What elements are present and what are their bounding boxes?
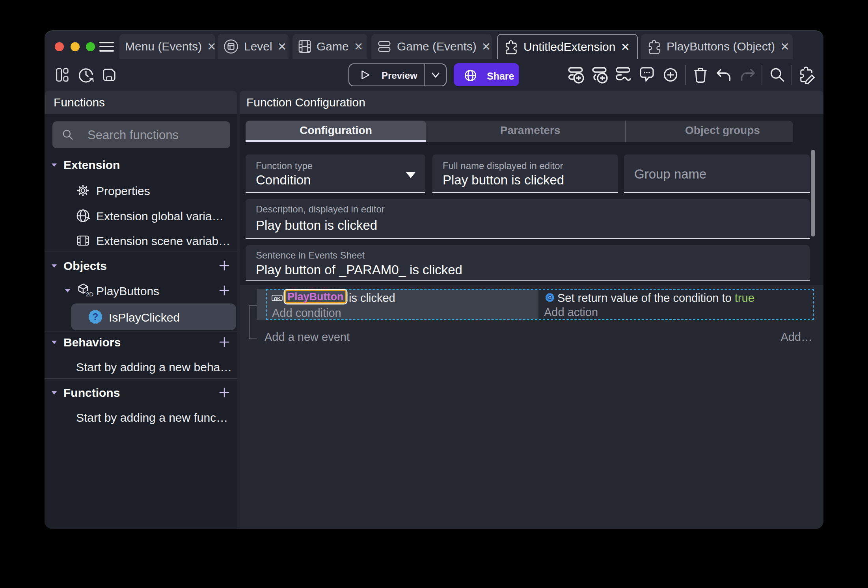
- svg-text:?: ?: [93, 311, 99, 322]
- svg-text:G: G: [548, 295, 552, 300]
